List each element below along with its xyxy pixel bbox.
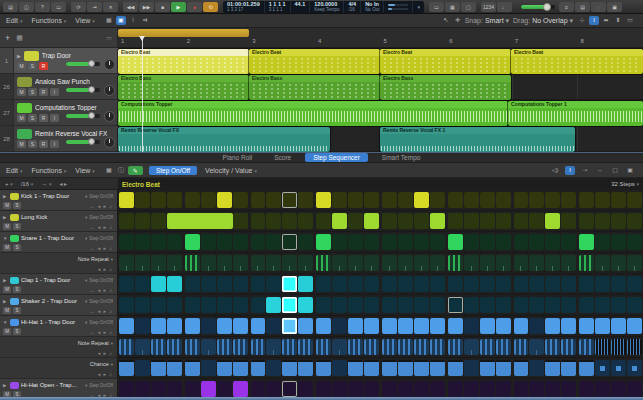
step-cell[interactable] — [595, 297, 610, 313]
step-cell[interactable] — [448, 360, 463, 376]
track-header-28[interactable]: 28Remix Reverse Vocal FXMSRI — [0, 126, 118, 152]
step-cell[interactable] — [151, 234, 166, 250]
track-header-1[interactable]: 1▶Trap DoorMSR — [0, 48, 118, 74]
region-computations-topper-1[interactable]: Computations Topper 1 — [508, 101, 643, 126]
step-cell[interactable] — [298, 276, 313, 292]
step-cell[interactable] — [414, 360, 429, 376]
step-cell[interactable] — [217, 192, 232, 208]
step-cell[interactable] — [414, 339, 429, 355]
step-cell[interactable] — [348, 318, 363, 334]
step-cell[interactable] — [464, 318, 479, 334]
master-volume-slider[interactable] — [521, 5, 555, 9]
step-cell[interactable] — [348, 360, 363, 376]
step-cell[interactable] — [529, 360, 544, 376]
step-cell[interactable] — [579, 276, 594, 292]
subrow-mini-controls[interactable]: ◂ ▸ ♪ — [98, 266, 113, 272]
step-cell[interactable] — [514, 192, 529, 208]
step-cell[interactable] — [201, 360, 216, 376]
editor-menu-edit[interactable]: Edit ▾ — [6, 167, 23, 174]
step-cell[interactable] — [135, 297, 150, 313]
step-cell[interactable] — [448, 276, 463, 292]
step-cell[interactable] — [119, 255, 134, 271]
smart-controls-icon[interactable]: ⟳ — [71, 2, 86, 12]
step-cell[interactable] — [201, 318, 216, 334]
step-cell[interactable] — [414, 318, 429, 334]
step-cell[interactable] — [611, 255, 626, 271]
step-cell[interactable] — [611, 297, 626, 313]
step-cell[interactable] — [595, 339, 610, 355]
step-cell[interactable] — [185, 339, 200, 355]
region-electro-bass[interactable]: Electro Bass — [380, 75, 511, 100]
step-cell[interactable] — [595, 192, 610, 208]
step-cell[interactable] — [464, 360, 479, 376]
automation-icon[interactable]: ▣ — [116, 16, 126, 25]
step-cell[interactable] — [545, 276, 560, 292]
step-cell[interactable] — [233, 318, 248, 334]
step-cell[interactable] — [448, 234, 463, 250]
step-cell[interactable] — [529, 192, 544, 208]
step-cell[interactable] — [251, 192, 266, 208]
note-pads-icon[interactable]: ▤ — [575, 2, 590, 12]
step-cell[interactable] — [514, 360, 529, 376]
step-cell[interactable] — [266, 297, 281, 313]
step-cell[interactable] — [611, 360, 626, 376]
step-cell[interactable] — [266, 276, 281, 292]
step-cell[interactable] — [480, 381, 495, 397]
forward-button[interactable]: ▶▶ — [139, 2, 154, 12]
step-cell[interactable] — [529, 276, 544, 292]
step-cell[interactable] — [298, 360, 313, 376]
step-cell[interactable] — [185, 381, 200, 397]
row-header[interactable]: Note Repeat▾◂ ▸ ♪ — [0, 253, 118, 274]
step-cell[interactable] — [430, 234, 445, 250]
step-cell[interactable] — [201, 276, 216, 292]
pointer-tool-menu[interactable]: ↖ — [441, 16, 451, 25]
step-cell[interactable] — [382, 297, 397, 313]
step-cell[interactable] — [579, 339, 594, 355]
step-cell[interactable] — [119, 276, 134, 292]
step-cell[interactable] — [595, 381, 610, 397]
step-cell[interactable] — [151, 297, 166, 313]
step-cell[interactable] — [382, 318, 397, 334]
step-cell[interactable] — [298, 255, 313, 271]
step-cell[interactable] — [414, 213, 429, 229]
window-icon[interactable]: ▢ — [610, 166, 620, 175]
step-cell[interactable] — [316, 381, 331, 397]
step-cell[interactable] — [316, 276, 331, 292]
track-header-27[interactable]: 27Computations TopperMSRI — [0, 100, 118, 126]
step-cell[interactable] — [545, 213, 560, 229]
step-cell[interactable] — [561, 297, 576, 313]
step-cell[interactable] — [579, 297, 594, 313]
disclosure-triangle-icon[interactable]: ▶ — [3, 299, 8, 304]
row-header[interactable]: ▼Snare 1 - Trap Door▾Step On/OffMS→ ◂ ▸ … — [0, 232, 118, 253]
step-cell[interactable] — [332, 381, 347, 397]
step-cell[interactable] — [151, 255, 166, 271]
step-cell[interactable] — [398, 213, 413, 229]
step-cell[interactable] — [233, 297, 248, 313]
count-in-icon[interactable]: 1234 — [481, 2, 496, 12]
step-cell[interactable] — [332, 360, 347, 376]
step-cell[interactable] — [448, 318, 463, 334]
step-cell[interactable] — [529, 318, 544, 334]
step-cell[interactable] — [185, 234, 200, 250]
step-cell[interactable] — [119, 234, 134, 250]
step-cell[interactable] — [348, 276, 363, 292]
step-cell[interactable] — [627, 276, 642, 292]
step-cell[interactable] — [233, 255, 248, 271]
record-button[interactable]: ● — [187, 2, 202, 12]
step-cell[interactable] — [398, 339, 413, 355]
browsers-icon[interactable]: ▣ — [607, 2, 622, 12]
step-cell[interactable] — [251, 213, 266, 229]
step-cell[interactable] — [332, 276, 347, 292]
step-cell[interactable] — [464, 192, 479, 208]
step-cell[interactable] — [251, 318, 266, 334]
step-cell[interactable] — [298, 318, 313, 334]
record-arm-button[interactable]: R — [39, 140, 48, 148]
step-cell[interactable] — [217, 276, 232, 292]
solo-button[interactable]: S — [13, 328, 21, 335]
step-cell[interactable] — [464, 276, 479, 292]
step-cell[interactable] — [414, 192, 429, 208]
step-cell[interactable] — [251, 297, 266, 313]
step-cell[interactable] — [217, 234, 232, 250]
step-cell[interactable] — [185, 360, 200, 376]
step-cell[interactable] — [611, 192, 626, 208]
